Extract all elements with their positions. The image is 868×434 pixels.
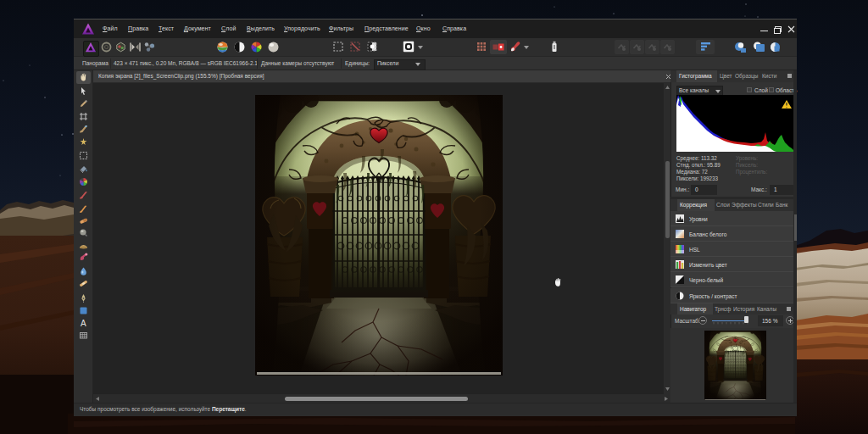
svg-text:A: A [81, 319, 86, 328]
